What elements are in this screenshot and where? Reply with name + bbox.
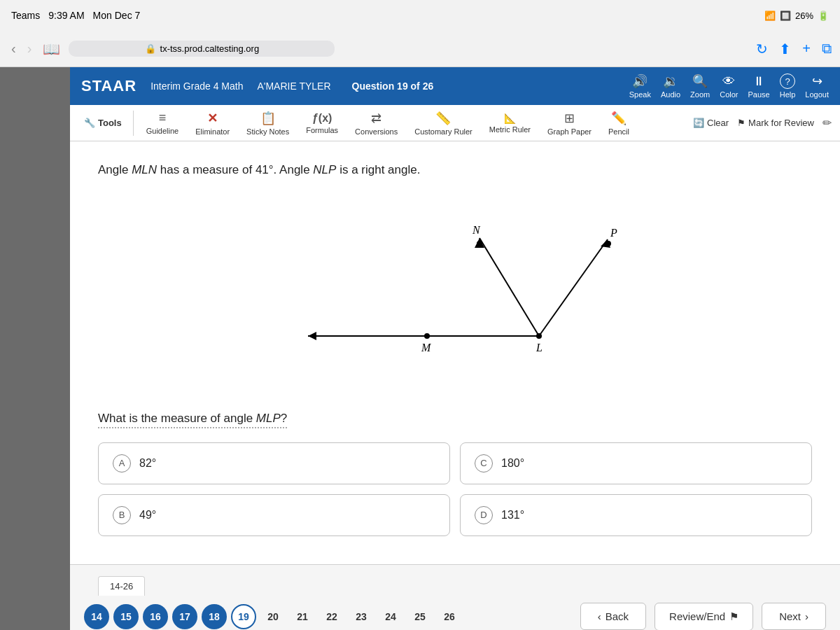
question-bubble-25[interactable]: 25 bbox=[407, 604, 433, 629]
signal-icon: 📶 bbox=[764, 10, 776, 21]
answer-choice-a[interactable]: A 82° bbox=[98, 442, 450, 484]
metric-ruler-label: Metric Ruler bbox=[489, 125, 531, 134]
audio-icon: 🔉 bbox=[663, 74, 678, 89]
question-bubble-15[interactable]: 15 bbox=[113, 604, 139, 629]
question-bubble-19[interactable]: 19 bbox=[231, 604, 256, 629]
question-bubble-26[interactable]: 26 bbox=[437, 604, 462, 629]
review-end-button[interactable]: Review/End ⚑ bbox=[654, 603, 753, 631]
zoom-label: Zoom bbox=[690, 90, 710, 99]
pause-icon: ⏸ bbox=[752, 74, 765, 89]
staar-subtitle: Interim Grade 4 Math bbox=[150, 80, 243, 92]
question-bubble-20[interactable]: 20 bbox=[260, 604, 286, 629]
guideline-tool[interactable]: ≡ Guideline bbox=[139, 108, 186, 138]
color-label: Color bbox=[720, 90, 738, 99]
pencil-tool[interactable]: ✏️ Pencil bbox=[601, 108, 636, 139]
metric-ruler-tool[interactable]: 📐 Metric Ruler bbox=[482, 110, 538, 136]
question-bubble-22[interactable]: 22 bbox=[319, 604, 344, 629]
clear-button[interactable]: 🔄 Clear bbox=[693, 118, 729, 128]
sticky-notes-label: Sticky Notes bbox=[246, 127, 289, 136]
next-button[interactable]: Next › bbox=[762, 603, 826, 630]
question-number: Question 19 of 26 bbox=[352, 80, 434, 92]
question-bubble-16[interactable]: 16 bbox=[143, 604, 168, 629]
back-arrow[interactable]: ‹ bbox=[8, 38, 19, 59]
back-button[interactable]: ‹ Back bbox=[580, 603, 646, 630]
new-tab-icon[interactable]: + bbox=[802, 41, 811, 57]
share-icon[interactable]: ⬆ bbox=[779, 41, 791, 57]
refresh-icon[interactable]: ↻ bbox=[756, 41, 768, 57]
answer-choices: A 82° C 180° B 49° D 131° bbox=[98, 442, 812, 536]
question-bubble-18[interactable]: 18 bbox=[202, 604, 227, 629]
logout-tool[interactable]: ↪ Logout bbox=[805, 74, 829, 99]
svg-point-8 bbox=[536, 333, 542, 339]
address-label[interactable]: 🔒 tx-tss.prod.caltesting.org bbox=[69, 41, 335, 57]
wrench-icon: 🔧 bbox=[84, 118, 95, 128]
svg-line-3 bbox=[479, 238, 539, 336]
conversions-label: Conversions bbox=[355, 127, 398, 136]
zoom-tool[interactable]: 🔍 Zoom bbox=[690, 74, 710, 99]
audio-label: Audio bbox=[661, 90, 680, 99]
choice-value-a: 82° bbox=[139, 457, 156, 470]
review-end-label: Review/End bbox=[669, 610, 725, 622]
next-chevron-icon: › bbox=[805, 610, 808, 622]
flag-icon: ⚑ bbox=[737, 118, 746, 128]
edit-button[interactable]: ✏ bbox=[822, 116, 832, 130]
choice-value-c: 180° bbox=[501, 457, 524, 470]
tabs-icon[interactable]: ⧉ bbox=[822, 41, 832, 57]
pause-tool[interactable]: ⏸ Pause bbox=[748, 74, 770, 99]
svg-point-7 bbox=[424, 333, 430, 339]
tools-button[interactable]: 🔧 Tools bbox=[78, 115, 127, 131]
time: 9:39 AM bbox=[48, 10, 84, 21]
customary-ruler-tool[interactable]: 📏 Customary Ruler bbox=[407, 108, 479, 139]
eliminator-tool[interactable]: ✕ Eliminator bbox=[188, 108, 237, 139]
url-text: tx-tss.prod.caltesting.org bbox=[160, 43, 260, 54]
clear-icon: 🔄 bbox=[693, 118, 704, 128]
eliminator-icon: ✕ bbox=[207, 111, 218, 126]
wifi-icon: 🔲 bbox=[780, 10, 791, 21]
guideline-icon: ≡ bbox=[159, 111, 167, 125]
svg-text:N: N bbox=[472, 224, 481, 236]
color-tool[interactable]: 👁 Color bbox=[720, 74, 738, 99]
help-tool[interactable]: ? Help bbox=[780, 74, 796, 99]
geometry-diagram: M L N P bbox=[98, 196, 812, 392]
svg-text:P: P bbox=[610, 227, 617, 239]
help-icon: ? bbox=[780, 74, 795, 89]
app-name: Teams bbox=[11, 10, 40, 21]
forward-arrow[interactable]: › bbox=[24, 38, 35, 59]
color-icon: 👁 bbox=[722, 74, 735, 89]
formulas-tool[interactable]: ƒ(x) Formulas bbox=[299, 109, 345, 137]
question-bubble-17[interactable]: 17 bbox=[172, 604, 197, 629]
zoom-icon: 🔍 bbox=[692, 74, 708, 89]
app-container: STAAR Interim Grade 4 Math A'MARIE TYLER… bbox=[70, 67, 840, 630]
question-bubble-23[interactable]: 23 bbox=[349, 604, 374, 629]
battery-icon: 🔋 bbox=[818, 10, 829, 21]
answer-choice-c[interactable]: C 180° bbox=[460, 442, 812, 484]
speak-icon: 🔊 bbox=[632, 74, 648, 89]
mark-review-label: Mark for Review bbox=[748, 118, 814, 128]
next-label: Next bbox=[779, 610, 801, 622]
answer-choice-b[interactable]: B 49° bbox=[98, 494, 450, 536]
bottom-nav: 14 15 16 17 18 19 20 21 bbox=[70, 596, 840, 631]
answer-choice-d[interactable]: D 131° bbox=[460, 494, 812, 536]
question-bubble-14[interactable]: 14 bbox=[84, 604, 109, 629]
svg-text:M: M bbox=[421, 342, 432, 354]
eliminator-label: Eliminator bbox=[195, 127, 230, 136]
help-label: Help bbox=[780, 90, 796, 99]
sub-question-text: What is the measure of angle MLP? bbox=[98, 412, 287, 428]
back-label: Back bbox=[606, 610, 629, 622]
staar-logo: STAAR bbox=[81, 77, 136, 95]
bookmarks-icon[interactable]: 📖 bbox=[43, 41, 60, 57]
audio-tool[interactable]: 🔉 Audio bbox=[661, 74, 680, 99]
header-tools: 🔊 Speak 🔉 Audio 🔍 Zoom 👁 Color ⏸ Pause ? bbox=[629, 74, 829, 99]
mark-review-button[interactable]: ⚑ Mark for Review bbox=[737, 118, 814, 128]
toolbar: 🔧 Tools ≡ Guideline ✕ Eliminator 📋 Stick… bbox=[70, 105, 840, 141]
question-bubble-21[interactable]: 21 bbox=[290, 604, 315, 629]
svg-point-9 bbox=[477, 241, 482, 246]
student-name: A'MARIE TYLER bbox=[257, 80, 330, 92]
speak-tool[interactable]: 🔊 Speak bbox=[629, 74, 651, 99]
conversions-tool[interactable]: ⇄ Conversions bbox=[348, 108, 405, 139]
choice-label-d: D bbox=[475, 506, 493, 524]
sticky-notes-tool[interactable]: 📋 Sticky Notes bbox=[239, 108, 296, 139]
graph-paper-tool[interactable]: ⊞ Graph Paper bbox=[540, 108, 598, 139]
question-bubble-24[interactable]: 24 bbox=[378, 604, 403, 629]
pause-label: Pause bbox=[748, 90, 770, 99]
